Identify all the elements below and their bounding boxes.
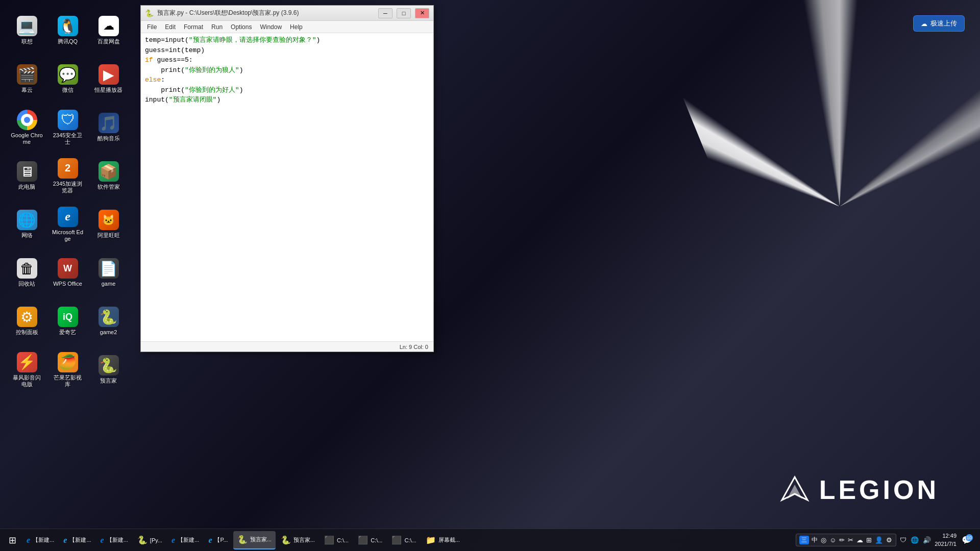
python-taskbar-icon-1: 🐍 — [137, 535, 148, 545]
icon-wechat[interactable]: 💬 微信 — [48, 56, 87, 102]
icon-software[interactable]: 📦 软件管家 — [89, 153, 128, 199]
icon-kugou[interactable]: 🎵 酷狗音乐 — [89, 105, 128, 151]
icon-chrome[interactable]: Google Chrome — [8, 105, 46, 151]
code-line-5: else: — [145, 75, 429, 85]
wps-icon-img: W — [58, 258, 78, 279]
lenovo-icon-img: 💻 — [17, 16, 37, 36]
code-editor[interactable]: temp=input("预言家请睁眼，请选择你要查验的对象？") guess=i… — [141, 33, 433, 341]
notification-button[interactable]: 💬 10 — [960, 533, 974, 547]
taskbar-python-2[interactable]: 🐍 预言家... — [233, 531, 276, 549]
icon-muyun[interactable]: 🎬 幕云 — [8, 56, 46, 102]
icon-prophet[interactable]: 🐍 预言家 — [89, 347, 128, 393]
tray-face-icon[interactable]: ☺ — [829, 536, 837, 544]
icon-control[interactable]: ⚙ 控制面板 — [8, 298, 46, 344]
icon-security[interactable]: 🛡 2345安全卫士 — [48, 105, 87, 151]
player-label: 恒星播放器 — [94, 87, 122, 93]
taskbar-cmd-1[interactable]: ⬛ C:\... — [320, 531, 353, 549]
software-label: 软件管家 — [97, 184, 120, 190]
menu-help[interactable]: Help — [286, 22, 307, 32]
game2-icon-img: 🐍 — [99, 307, 119, 327]
chrome-icon-img — [17, 110, 37, 130]
cmd-taskbar-icon-1: ⬛ — [324, 535, 334, 545]
tray-ime-icon[interactable]: 三 — [799, 536, 809, 544]
edge-taskbar-icon-3: e — [172, 536, 175, 545]
icon-wangwang[interactable]: 🐱 阿里旺旺 — [89, 202, 128, 247]
icon-game[interactable]: 📄 game — [89, 250, 128, 296]
status-ln-col: Ln: 9 Col: 0 — [400, 344, 428, 350]
upload-button[interactable]: ☁ 极速上传 — [913, 15, 965, 32]
game2-label: game2 — [100, 329, 117, 336]
taskbar-python-1[interactable]: 🐍 [Py... — [133, 531, 166, 549]
player-icon-img: ▶ — [99, 64, 119, 85]
qq-icon-img: 🐧 — [58, 16, 78, 36]
prophet-label: 预言家 — [100, 378, 117, 384]
start-icon: ⊞ — [9, 535, 16, 546]
wechat-label: 微信 — [62, 87, 74, 93]
icon-iqiyi[interactable]: iQ 爱奇艺 — [48, 298, 87, 344]
code-line-3: if guess==5: — [145, 55, 429, 65]
idle-editor-window: 🐍 预言家.py - C:\Users\联想\Desktop\预言家.py (3… — [140, 5, 434, 352]
icon-player[interactable]: ▶ 恒星播放器 — [89, 56, 128, 102]
python-taskbar-icon-2: 🐍 — [237, 535, 248, 544]
taskbar-cmd-2[interactable]: ⬛ C:\... — [354, 531, 386, 549]
edge-taskbar-text-2: 【新建... — [107, 536, 128, 544]
icon-wps[interactable]: W WPS Office — [48, 250, 87, 296]
menu-format[interactable]: Format — [180, 22, 207, 32]
code-line-7: input("预言家请闭眼") — [145, 95, 429, 105]
icon-meifeng[interactable]: ⚡ 暴风影音闪电版 — [8, 347, 46, 393]
security-icon-img: 🛡 — [58, 110, 78, 130]
minimize-button[interactable]: ─ — [378, 8, 393, 18]
edge-label: Microsoft Edge — [51, 229, 85, 242]
icon-edge[interactable]: e Microsoft Edge — [48, 202, 87, 247]
code-line-2: guess=int(temp) — [145, 45, 429, 56]
icon-internet[interactable]: 🌐 网络 — [8, 202, 46, 247]
tray-grid-icon[interactable]: ⊞ — [866, 536, 872, 544]
tray-person-icon[interactable]: 👤 — [874, 536, 884, 544]
tray-security-icon[interactable]: 🛡 — [899, 536, 907, 544]
taskbar-edge-2[interactable]: e 【新建... — [96, 531, 132, 549]
start-button[interactable]: ⊞ — [2, 531, 22, 549]
clock-time: 12:49 — [935, 532, 957, 540]
menu-edit[interactable]: Edit — [161, 22, 180, 32]
menu-options[interactable]: Options — [227, 22, 256, 32]
wechat-icon-img: 💬 — [58, 64, 78, 85]
icon-browser2345[interactable]: 2 2345加速浏览器 — [48, 153, 87, 199]
game-label: game — [102, 281, 116, 287]
icon-lenovo[interactable]: 💻 联想 — [8, 8, 46, 54]
game-icon-img: 📄 — [99, 258, 119, 279]
ie-taskbar-icon-2: e — [208, 536, 212, 545]
system-clock[interactable]: 12:49 2021/7/1 — [935, 532, 957, 548]
taskbar-edge-1[interactable]: e 【新建... — [22, 531, 58, 549]
tray-cloud-icon[interactable]: ☁ — [856, 536, 864, 544]
taskbar-folder-1[interactable]: 📁 屏幕截... — [422, 531, 464, 549]
tray-network-icon[interactable]: 🌐 — [910, 536, 919, 544]
icon-mypc[interactable]: 🖥 此电脑 — [8, 153, 46, 199]
icon-qq[interactable]: 🐧 腾讯QQ — [48, 8, 87, 54]
tray-circle-icon[interactable]: ◎ — [820, 536, 827, 544]
mypc-icon-img: 🖥 — [17, 161, 37, 182]
tray-gear-icon[interactable]: ⚙ — [886, 536, 893, 544]
taskbar-edge-3[interactable]: e 【新建... — [167, 531, 203, 549]
idle-titlebar: 🐍 预言家.py - C:\Users\联想\Desktop\预言家.py (3… — [141, 6, 433, 21]
tray-speaker-icon[interactable]: 🔊 — [922, 536, 932, 544]
icon-baidu[interactable]: ☁ 百度网盘 — [89, 8, 128, 54]
taskbar-cmd-3[interactable]: ⬛ C:\... — [387, 531, 420, 549]
menu-file[interactable]: File — [143, 22, 161, 32]
taskbar-python-3[interactable]: 🐍 预言家... — [277, 531, 319, 549]
close-button[interactable]: ✕ — [415, 8, 429, 18]
baidu-icon-img: ☁ — [99, 16, 119, 36]
menu-window[interactable]: Window — [256, 22, 286, 32]
taskbar-ie-1[interactable]: e 【新建... — [59, 531, 95, 549]
icon-game2[interactable]: 🐍 game2 — [89, 298, 128, 344]
tray-icon-group: 三 中 ◎ ☺ ✏ ✂ ☁ ⊞ 👤 ⚙ — [796, 534, 896, 546]
icon-recycle[interactable]: 🗑 回收站 — [8, 250, 46, 296]
menu-run[interactable]: Run — [207, 22, 227, 32]
icon-mango[interactable]: 🥭 芒果艺影视库 — [48, 347, 87, 393]
system-tray: 三 中 ◎ ☺ ✏ ✂ ☁ ⊞ 👤 ⚙ 🛡 🌐 🔊 12:49 2021/7/1… — [792, 532, 978, 548]
tray-lang-icon[interactable]: 中 — [811, 535, 818, 545]
maximize-button[interactable]: □ — [397, 8, 411, 18]
taskbar-ie-2[interactable]: e 【P... — [204, 531, 232, 549]
legion-logo: LEGION — [779, 474, 939, 505]
tray-pen-icon[interactable]: ✏ — [839, 536, 845, 544]
tray-scissors-icon[interactable]: ✂ — [847, 536, 854, 544]
